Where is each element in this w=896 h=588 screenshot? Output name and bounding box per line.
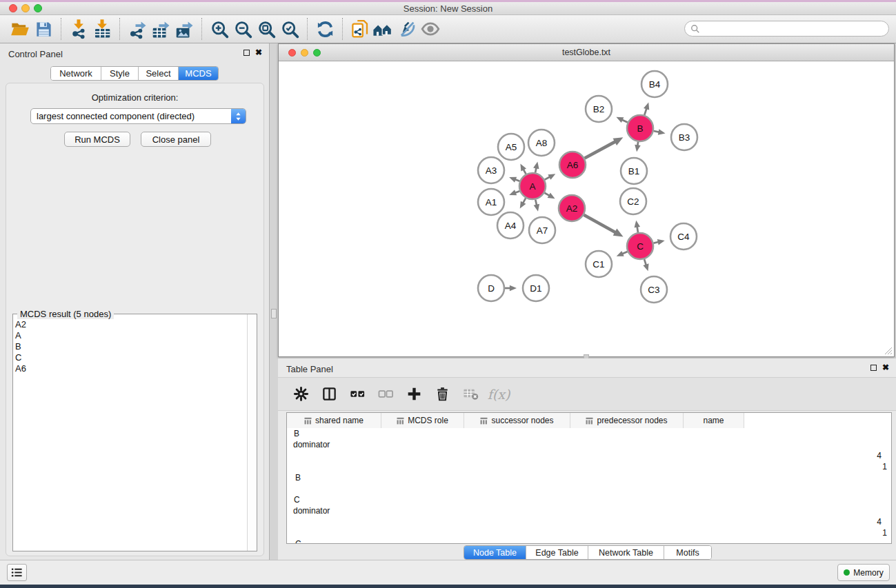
tab-network-table[interactable]: Network Table: [588, 546, 664, 559]
column-header-predecessor-nodes[interactable]: predecessor nodes: [570, 413, 684, 428]
graph-edge-B-B4[interactable]: [644, 108, 646, 115]
graph-edge-B-B3[interactable]: [654, 131, 659, 132]
toggle-graphics-details-button[interactable]: [419, 18, 442, 40]
table-cell[interactable]: dominator: [287, 439, 891, 450]
memory-button[interactable]: Memory: [837, 564, 890, 581]
graph-node-A[interactable]: A: [519, 173, 546, 199]
search-box[interactable]: [684, 21, 889, 37]
graph-edge-A-A1[interactable]: [515, 191, 520, 193]
column-header-shared-name[interactable]: shared name: [287, 413, 381, 428]
table-settings-button[interactable]: [292, 385, 310, 403]
graph-edge-A6-B[interactable]: [585, 141, 616, 158]
graph-node-D1[interactable]: D1: [523, 275, 549, 301]
graph-edge-A-A2[interactable]: [544, 193, 549, 196]
table-cell[interactable]: 1: [287, 461, 891, 472]
network-canvas[interactable]: B4B2BB3A8A5A6A3B1AC2A1A2A4A7C4CC1C3DD1: [279, 61, 894, 356]
float-panel-icon[interactable]: [870, 365, 877, 371]
import-table-button[interactable]: [90, 18, 114, 40]
resize-grip-icon[interactable]: [884, 346, 893, 355]
graph-node-B2[interactable]: B2: [586, 96, 612, 122]
graph-node-C2[interactable]: C2: [620, 188, 646, 214]
table-cell[interactable]: dominator: [287, 505, 891, 516]
graph-edge-A-A8[interactable]: [535, 168, 536, 172]
open-session-button[interactable]: [8, 18, 32, 40]
graph-node-B1[interactable]: B1: [621, 158, 647, 184]
graph-node-C1[interactable]: C1: [586, 251, 612, 277]
table-cell[interactable]: B: [287, 472, 891, 483]
graph-edge-A2-C[interactable]: [584, 215, 615, 233]
graph-edge-A-A3[interactable]: [515, 179, 520, 181]
graph-node-C4[interactable]: C4: [670, 223, 697, 250]
network-window-titlebar[interactable]: testGlobe.txt: [279, 44, 894, 61]
delete-table-button[interactable]: [461, 385, 479, 403]
export-network-button[interactable]: [126, 18, 149, 40]
tab-network[interactable]: Network: [51, 67, 101, 80]
apply-layout-button[interactable]: [313, 18, 337, 40]
column-header-MCDS-role[interactable]: MCDS role: [381, 413, 464, 428]
graph-node-A8[interactable]: A8: [528, 130, 555, 156]
export-image-button[interactable]: [172, 18, 196, 40]
clone-network-button[interactable]: [348, 18, 372, 40]
tab-mcds[interactable]: MCDS: [179, 67, 218, 80]
graph-node-B[interactable]: B: [627, 115, 653, 141]
panel-splitter-handle[interactable]: [271, 309, 277, 318]
float-panel-icon[interactable]: [243, 50, 250, 56]
graph-node-A3[interactable]: A3: [478, 157, 504, 183]
graph-node-A6[interactable]: A6: [559, 152, 586, 178]
graph-edge-A-A7[interactable]: [535, 200, 537, 205]
search-input[interactable]: [703, 24, 875, 34]
run-mcds-button[interactable]: Run MCDS: [64, 132, 130, 147]
task-history-button[interactable]: [7, 564, 27, 581]
graph-node-B4[interactable]: B4: [641, 71, 668, 97]
tab-motifs[interactable]: Motifs: [664, 546, 711, 559]
zoom-fit-button[interactable]: [255, 18, 278, 40]
column-header-successor-nodes[interactable]: successor nodes: [464, 413, 570, 428]
hide-annotations-button[interactable]: [395, 18, 419, 40]
import-network-button[interactable]: [67, 18, 90, 40]
table-cell[interactable]: B: [287, 428, 891, 439]
result-scrollbar[interactable]: [247, 314, 257, 551]
app-titlebar[interactable]: Session: New Session: [0, 2, 896, 15]
save-session-button[interactable]: [32, 18, 55, 40]
function-builder-button[interactable]: f(x): [490, 385, 508, 403]
show-all-button[interactable]: [372, 18, 395, 40]
zoom-in-button[interactable]: [208, 18, 231, 40]
graph-node-B3[interactable]: B3: [671, 124, 697, 150]
tab-node-table[interactable]: Node Table: [464, 546, 526, 559]
graph-edge-A-A6[interactable]: [545, 177, 550, 180]
table-cell[interactable]: C: [287, 494, 891, 505]
zoom-selected-button[interactable]: [278, 18, 301, 40]
select-all-rows-button[interactable]: [348, 385, 366, 403]
graph-edge-C-C4[interactable]: [654, 242, 659, 243]
graph-node-C[interactable]: C: [627, 233, 653, 259]
result-item[interactable]: A6: [15, 363, 247, 374]
graph-edge-C-C3[interactable]: [644, 259, 646, 265]
result-item[interactable]: B: [15, 341, 247, 352]
export-table-button[interactable]: [149, 18, 172, 40]
close-panel-icon[interactable]: ✖: [882, 364, 889, 371]
criterion-dropdown[interactable]: largest connected component (directed): [30, 108, 246, 124]
result-item[interactable]: A: [15, 330, 247, 341]
graph-node-A7[interactable]: A7: [529, 217, 555, 243]
table-cell[interactable]: C: [287, 538, 891, 544]
result-item[interactable]: A2: [15, 319, 247, 330]
graph-node-A1[interactable]: A1: [478, 189, 504, 215]
delete-column-button[interactable]: [433, 385, 451, 403]
graph-edge-C-C1[interactable]: [622, 252, 628, 254]
deselect-all-rows-button[interactable]: [377, 385, 395, 403]
graph-node-A2[interactable]: A2: [559, 195, 585, 221]
graph-edge-B-B2[interactable]: [622, 120, 628, 123]
close-panel-icon[interactable]: ✖: [255, 49, 262, 56]
table-cell[interactable]: 4: [287, 516, 891, 527]
column-header-name[interactable]: name: [684, 413, 744, 428]
add-column-button[interactable]: [405, 385, 423, 403]
graph-node-D[interactable]: D: [478, 275, 504, 301]
graph-node-A5[interactable]: A5: [498, 134, 524, 160]
graph-edge-C-C2[interactable]: [637, 227, 638, 233]
graph-edge-A-A4[interactable]: [523, 198, 526, 203]
tab-select[interactable]: Select: [139, 67, 179, 80]
tab-style[interactable]: Style: [101, 67, 139, 80]
table-cell[interactable]: 1: [287, 527, 891, 538]
result-item[interactable]: C: [15, 352, 247, 363]
zoom-out-button[interactable]: [231, 18, 255, 40]
